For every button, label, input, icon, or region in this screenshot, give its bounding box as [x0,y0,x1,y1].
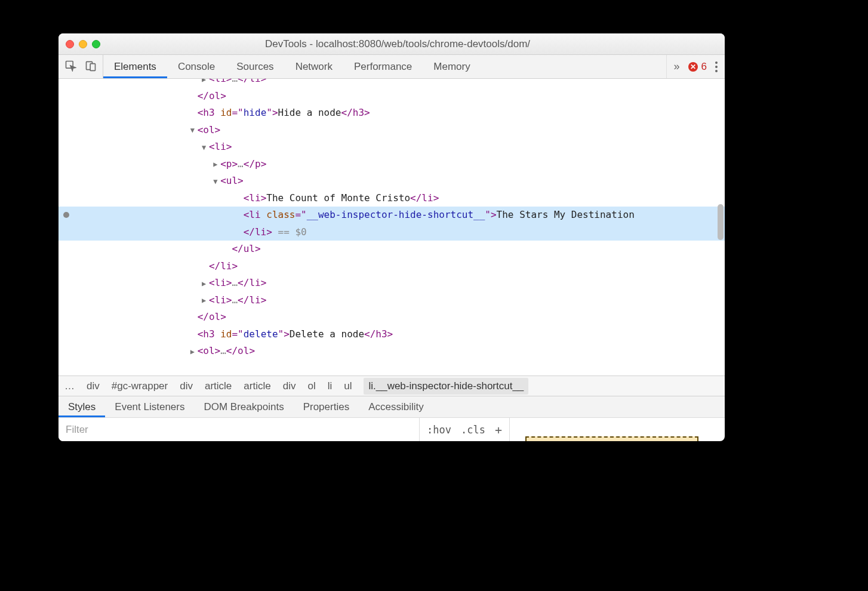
expand-icon[interactable]: ▼ [202,139,209,156]
hidden-marker-icon [63,212,69,218]
hov-button[interactable]: :hov [427,424,451,436]
expand-icon[interactable]: ▶ [190,343,198,360]
breadcrumb-item[interactable]: li.__web-inspector-hide-shortcut__ [364,378,528,395]
traffic-lights [66,40,100,48]
minimize-icon[interactable] [79,40,87,48]
window-title: DevTools - localhost:8080/web/tools/chro… [111,38,718,50]
panel-tabs: ElementsConsoleSourcesNetworkPerformance… [103,55,666,78]
dom-row[interactable]: ▼<ol> [59,122,718,139]
dom-row[interactable]: ▶<ol>…</ol> [59,343,718,360]
side-tab-properties[interactable]: Properties [294,396,359,417]
dom-row[interactable]: ▶<p>…</p> [59,156,718,173]
tab-elements[interactable]: Elements [103,55,167,78]
overflow-icon[interactable]: » [674,60,680,73]
box-model-preview [510,418,725,441]
side-tab-event-listeners[interactable]: Event Listeners [105,396,194,417]
styles-toolbar: :hov .cls + [59,417,725,441]
breadcrumb-item[interactable]: article [244,380,270,392]
side-tab-dom-breakpoints[interactable]: DOM Breakpoints [194,396,293,417]
dom-row[interactable]: ▶<li>…</li> [59,79,718,88]
expand-icon[interactable]: ▶ [213,156,220,173]
dom-row[interactable]: </li> == $0 [59,224,725,241]
tab-sources[interactable]: Sources [226,55,284,78]
main-toolbar: ElementsConsoleSourcesNetworkPerformance… [59,55,725,79]
styles-tabs: StylesEvent ListenersDOM BreakpointsProp… [59,396,725,417]
breadcrumb-overflow[interactable]: … [64,380,75,392]
dom-row[interactable]: <li class="__web-inspector-hide-shortcut… [59,207,725,224]
dom-row[interactable]: </ol> [59,309,718,326]
breadcrumb-item[interactable]: div [283,380,296,392]
titlebar: DevTools - localhost:8080/web/tools/chro… [59,33,725,55]
breadcrumb-item[interactable]: article [205,380,232,392]
margin-box-icon [525,436,698,441]
inspect-icon[interactable] [64,60,76,74]
new-rule-button[interactable]: + [495,423,502,437]
breadcrumb-item[interactable]: #gc-wrapper [112,380,168,392]
expand-icon[interactable]: ▼ [190,122,198,138]
breadcrumb-item[interactable]: ol [307,380,315,392]
zoom-icon[interactable] [92,40,100,48]
dom-row[interactable]: </ul> [59,241,718,258]
svg-rect-2 [90,63,95,70]
error-number: 6 [701,61,707,73]
styles-filter-input[interactable] [59,418,420,441]
dom-row[interactable]: <li>The Count of Monte Cristo</li> [59,190,718,207]
dom-row[interactable]: <h3 id="hide">Hide a node</h3> [59,104,718,122]
expand-icon[interactable]: ▶ [202,79,209,88]
expand-icon[interactable]: ▼ [213,173,220,190]
dom-row[interactable]: ▼<ul> [59,173,718,190]
side-tab-accessibility[interactable]: Accessibility [359,396,433,417]
error-count[interactable]: ✕ 6 [688,61,707,73]
error-icon: ✕ [688,62,698,72]
elements-panel[interactable]: ▶<li>…</li> </ol> <h3 id="hide">Hide a n… [59,79,725,375]
expand-icon[interactable]: ▶ [202,275,209,292]
scrollbar[interactable] [718,204,724,240]
devtools-window: DevTools - localhost:8080/web/tools/chro… [59,33,725,441]
dom-row[interactable]: <h3 id="delete">Delete a node</h3> [59,326,718,343]
tab-memory[interactable]: Memory [423,55,481,78]
expand-icon[interactable]: ▶ [202,292,209,309]
device-icon[interactable] [85,60,97,74]
cls-button[interactable]: .cls [461,424,485,436]
close-icon[interactable] [66,40,74,48]
side-tab-styles[interactable]: Styles [59,396,105,417]
dom-row[interactable]: ▶<li>…</li> [59,275,718,292]
dom-row[interactable]: ▼<li> [59,138,718,156]
tab-performance[interactable]: Performance [343,55,423,78]
breadcrumb[interactable]: …div#gc-wrapperdivarticlearticledivolliu… [59,375,725,396]
breadcrumb-item[interactable]: div [180,380,193,392]
tab-network[interactable]: Network [285,55,343,78]
dom-row[interactable]: </li> [59,258,718,275]
breadcrumb-item[interactable]: li [328,380,333,392]
dom-row[interactable]: ▶<li>…</li> [59,292,718,309]
breadcrumb-item[interactable]: div [87,380,100,392]
breadcrumb-item[interactable]: ul [344,380,352,392]
dom-row[interactable]: </ol> [59,88,718,105]
menu-icon[interactable] [715,61,718,72]
tab-console[interactable]: Console [167,55,226,78]
